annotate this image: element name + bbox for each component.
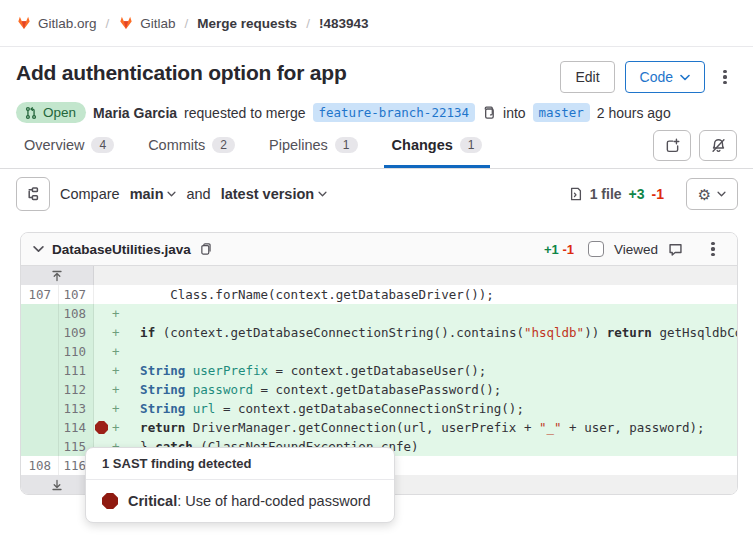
copy-branch-icon[interactable] [482,105,496,120]
diff-line-added: 113+ String url = context.getDatabaseCon… [21,399,737,418]
code-dropdown-button[interactable]: Code [625,61,705,93]
base-ref-dropdown[interactable]: main [130,186,177,202]
file-deletions: -1 [562,242,574,257]
tab-label: Pipelines [269,137,328,153]
file-options-button[interactable] [701,239,725,259]
file-header-actions: +1 -1 Viewed [544,239,725,259]
diff-line-context: 107107 Class.forName(context.getDatabase… [21,285,737,304]
tab-label: Overview [24,137,84,153]
code-token: return [140,420,185,435]
gitlab-tanuki-icon [118,15,134,31]
added-line-marker: + [112,323,120,342]
new-line-number[interactable]: 112 [59,380,94,399]
diff-line-added: 109+ if (context.getDatabaseConnectionSt… [21,323,737,342]
breadcrumb-item-project[interactable]: Gitlab [118,15,175,31]
old-line-number[interactable] [21,380,59,399]
expand-lines-up-row[interactable] [21,266,737,285]
add-to-review-button[interactable] [653,130,691,161]
tab-changes[interactable]: Changes 1 [384,127,491,168]
file-tree-icon [25,186,41,202]
code-token: DriverManager.getConnection(url, userPre… [185,420,539,435]
breadcrumb-label: Gitlab [140,16,175,31]
new-line-number[interactable]: 107 [59,285,94,304]
tab-count-badge: 4 [91,137,114,153]
old-line-number[interactable] [21,418,59,437]
code-line: + String password = context.getDatabaseP… [94,380,737,399]
breadcrumb: Gitlab.org / Gitlab / Merge requests / !… [0,0,753,47]
edit-button-label: Edit [575,69,599,85]
version-label: latest version [221,186,315,202]
file-browser-toggle-button[interactable] [16,177,50,211]
new-line-number[interactable]: 114 [59,418,94,437]
old-line-number[interactable] [21,304,59,323]
vertical-ellipsis-icon [723,70,726,85]
viewed-checkbox[interactable] [588,241,604,257]
tabs-actions [653,130,737,168]
chevron-down-icon [680,74,690,81]
diff-line-added: 114+ return DriverManager.getConnection(… [21,418,737,437]
tab-overview[interactable]: Overview 4 [16,127,122,168]
version-dropdown[interactable]: latest version [221,186,328,202]
diff-settings-button[interactable]: ⚙ [686,178,738,210]
tab-commits[interactable]: Commits 2 [140,127,243,168]
added-line-marker: + [112,342,120,361]
new-line-number[interactable]: 110 [59,342,94,361]
code-token: if [140,325,155,340]
old-line-number[interactable] [21,437,59,456]
sast-finding-row[interactable]: Critical: Use of hard-coded password [86,480,394,522]
more-actions-button[interactable] [713,61,737,93]
mr-status-row: Open Maria Garcia requested to merge fea… [0,93,753,123]
chevron-down-icon [318,191,327,197]
source-branch-chip[interactable]: feature-branch-22134 [313,103,476,122]
edit-button[interactable]: Edit [560,61,614,93]
bell-slash-icon [711,138,726,153]
code-token: userPrefix [193,363,268,378]
old-line-number[interactable] [21,399,59,418]
code-token: + user, password); [562,420,705,435]
code-token: return [607,325,652,340]
author-name[interactable]: Maria Garcia [93,105,177,121]
tab-pipelines[interactable]: Pipelines 1 [261,127,366,168]
old-line-number[interactable] [21,323,59,342]
breadcrumb-item-merge-requests[interactable]: Merge requests [197,16,297,31]
compare-toolbar: Compare main and latest version 1 file +… [0,169,753,219]
code-line: + String userPrefix = context.getDatabas… [94,361,737,380]
new-line-number[interactable]: 108 [59,304,94,323]
sast-popover-title: 1 SAST finding detected [86,448,394,480]
code-button-label: Code [640,69,673,85]
status-badge: Open [16,102,86,123]
breadcrumb-separator: / [185,16,189,31]
diff-line-added: 112+ String password = context.getDataba… [21,380,737,399]
code-token [185,382,193,397]
target-branch-chip[interactable]: master [533,103,590,122]
sast-findings-popover: 1 SAST finding detected Critical: Use of… [85,447,395,523]
sast-critical-icon[interactable] [95,421,108,434]
expand-row-filler [94,266,737,285]
chevron-down-icon [717,191,726,197]
expand-button[interactable] [21,266,94,285]
files-count: 1 file [590,186,622,202]
old-line-number[interactable]: 108 [21,456,59,475]
mr-tabs: Overview 4 Commits 2 Pipelines 1 Changes… [0,123,753,169]
code-token: String [140,363,185,378]
old-line-number[interactable]: 107 [21,285,59,304]
critical-severity-icon [102,493,118,509]
copy-file-path-icon[interactable] [199,242,212,256]
comment-icon[interactable] [668,242,683,257]
new-line-number[interactable]: 113 [59,399,94,418]
breadcrumb-label: Merge requests [197,16,297,31]
code-file-icon [569,186,583,202]
old-line-number[interactable] [21,342,59,361]
expand-button[interactable] [21,475,94,494]
breadcrumb-item-group[interactable]: Gitlab.org [16,15,97,31]
square-plus-icon [665,138,680,153]
diff-line-added: 111+ String userPrefix = context.getData… [21,361,737,380]
old-line-number[interactable] [21,361,59,380]
base-ref-label: main [130,186,164,202]
new-line-number[interactable]: 109 [59,323,94,342]
breadcrumb-item-mr-id[interactable]: !483943 [319,16,369,31]
file-name[interactable]: DatabaseUtilities.java [52,242,191,257]
new-line-number[interactable]: 111 [59,361,94,380]
mute-notifications-button[interactable] [699,130,737,161]
collapse-file-chevron-icon[interactable] [33,245,44,253]
